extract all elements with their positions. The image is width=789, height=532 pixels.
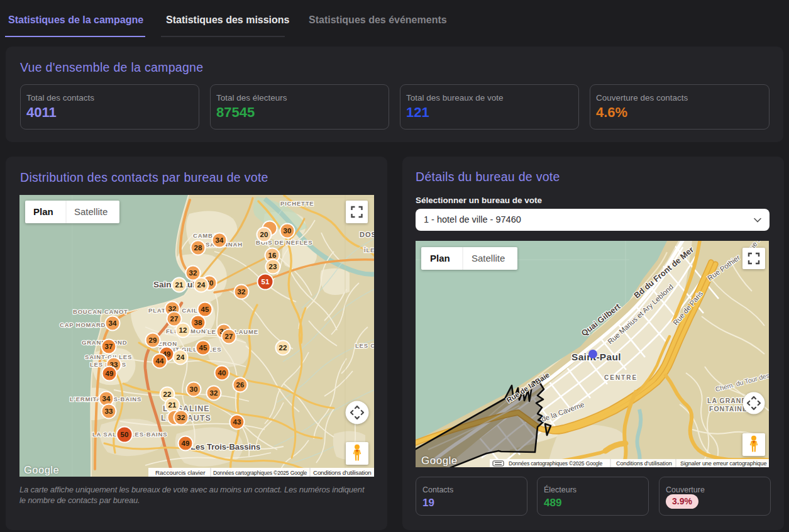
svg-text:49: 49 [182, 440, 190, 447]
svg-text:Les Trois-Bassins: Les Trois-Bassins [190, 442, 260, 452]
svg-text:Conditions d'utilisation: Conditions d'utilisation [313, 469, 371, 476]
svg-text:27: 27 [225, 333, 233, 340]
svg-text:51: 51 [262, 278, 270, 285]
svg-text:37: 37 [105, 343, 113, 350]
svg-text:26: 26 [236, 381, 245, 389]
svg-text:12: 12 [179, 326, 187, 334]
svg-text:22: 22 [163, 391, 172, 398]
svg-text:23: 23 [269, 263, 277, 270]
svg-text:34: 34 [216, 236, 224, 244]
svg-text:21: 21 [168, 401, 177, 409]
svg-text:BOUCAN CANOT: BOUCAN CANOT [73, 308, 128, 315]
svg-text:21: 21 [175, 281, 184, 289]
svg-text:Raccourcis clavier: Raccourcis clavier [155, 469, 206, 476]
svg-text:Plan: Plan [33, 206, 53, 217]
svg-text:32: 32 [238, 288, 246, 296]
svg-text:50: 50 [121, 431, 129, 438]
svg-text:Satellite: Satellite [74, 206, 108, 217]
svg-text:DOS: DOS [360, 231, 374, 238]
svg-text:Plan: Plan [430, 253, 450, 263]
svg-text:34: 34 [102, 395, 111, 402]
svg-text:CAP HOMARD: CAP HOMARD [60, 321, 106, 328]
svg-text:40: 40 [218, 369, 226, 377]
svg-text:32: 32 [210, 389, 218, 397]
svg-text:22: 22 [279, 344, 287, 352]
svg-text:FONTAINE: FONTAINE [709, 405, 748, 413]
svg-text:43: 43 [233, 418, 241, 426]
svg-text:30: 30 [190, 385, 198, 393]
svg-text:PICHETTE: PICHETTE [280, 200, 314, 207]
svg-text:32: 32 [177, 414, 185, 421]
svg-text:Données cartographiques ©2025: Données cartographiques ©2025 Google [213, 470, 307, 476]
svg-text:LES C: LES C [355, 342, 374, 349]
svg-text:16: 16 [268, 252, 277, 259]
svg-text:ÎLET: ÎLET [363, 247, 374, 253]
svg-text:Signaler une erreur cartograph: Signaler une erreur cartographique [680, 460, 766, 467]
svg-text:24: 24 [177, 353, 185, 361]
svg-text:45: 45 [201, 306, 209, 313]
svg-text:CENTRE: CENTRE [604, 374, 637, 381]
svg-text:Satellite: Satellite [472, 253, 505, 263]
svg-text:Google: Google [421, 455, 458, 467]
svg-text:Données cartographiques ©2025: Données cartographiques ©2025 Google [509, 460, 603, 467]
svg-text:28: 28 [194, 244, 202, 252]
svg-text:32: 32 [189, 269, 197, 277]
svg-text:24: 24 [197, 281, 206, 289]
svg-text:29: 29 [149, 336, 157, 344]
svg-text:44: 44 [156, 357, 164, 365]
svg-text:20: 20 [260, 231, 268, 238]
svg-text:38: 38 [194, 319, 202, 326]
svg-text:Google: Google [24, 464, 59, 475]
svg-text:30: 30 [284, 227, 292, 235]
svg-text:33: 33 [105, 407, 113, 415]
svg-text:49: 49 [106, 370, 114, 377]
svg-text:Conditions d'utilisation: Conditions d'utilisation [616, 460, 672, 467]
svg-text:45: 45 [199, 344, 207, 352]
svg-text:27: 27 [170, 315, 179, 323]
svg-text:34: 34 [109, 319, 117, 327]
